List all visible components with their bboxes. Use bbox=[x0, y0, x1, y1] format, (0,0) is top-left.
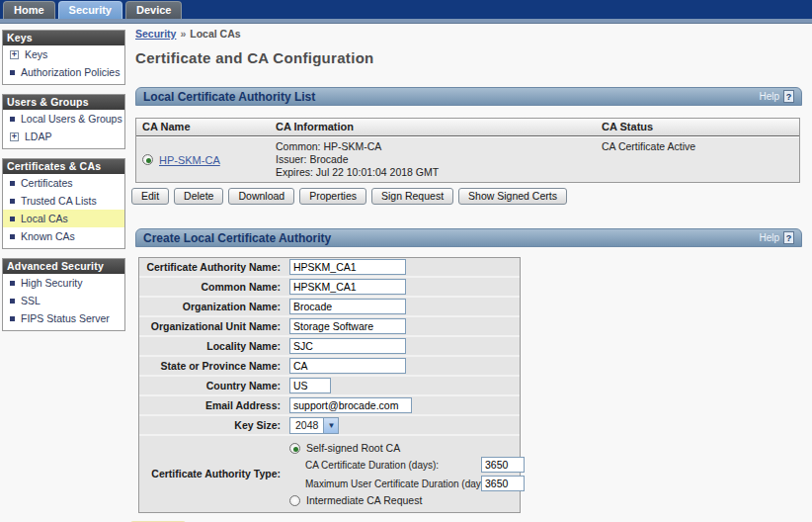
sidebar-section-certificates-cas-title: Certificates & CAs bbox=[3, 159, 124, 174]
locality-name-input[interactable] bbox=[289, 338, 406, 354]
sidebar-item-label: Trusted CA Lists bbox=[21, 195, 97, 207]
max-user-certificate-duration-input[interactable] bbox=[481, 476, 525, 491]
sidebar-item-label: Known CAs bbox=[21, 230, 75, 242]
state-province-name-label: State or Province Name: bbox=[139, 361, 289, 372]
intermediate-ca-request-radio[interactable] bbox=[289, 495, 300, 506]
breadcrumb-current: Local CAs bbox=[190, 28, 240, 40]
sidebar-section-advanced-security-title: Advanced Security bbox=[3, 259, 124, 274]
organization-name-input[interactable] bbox=[289, 299, 406, 314]
ca-list-section-header: Local Certificate Authority List Help ? bbox=[135, 87, 802, 106]
max-user-certificate-duration-row: Maximum User Certificate Duration (days)… bbox=[305, 476, 525, 491]
create-ca-help-link[interactable]: Help ? bbox=[759, 231, 794, 244]
intermediate-ca-request-option[interactable]: Intermediate CA Request bbox=[289, 494, 525, 506]
sidebar-item-certificates[interactable]: Certificates bbox=[3, 174, 124, 192]
delete-button[interactable]: Delete bbox=[174, 188, 223, 205]
intermediate-ca-request-option-label: Intermediate CA Request bbox=[306, 494, 422, 506]
email-address-label: Email Address: bbox=[139, 400, 289, 411]
sidebar-item-authorization-policies[interactable]: Authorization Policies bbox=[3, 63, 124, 81]
sidebar-item-local-cas[interactable]: Local CAs bbox=[3, 210, 124, 227]
edit-button[interactable]: Edit bbox=[131, 188, 169, 205]
sidebar-item-known-cas[interactable]: Known CAs bbox=[3, 227, 124, 245]
page-title: Certificate and CA Configuration bbox=[135, 49, 802, 66]
sidebar-item-fips-status-server[interactable]: FIPS Status Server bbox=[3, 309, 124, 327]
sidebar-item-label: Local CAs bbox=[21, 213, 68, 224]
sidebar-item-local-users-groups[interactable]: Local Users & Groups bbox=[3, 110, 124, 128]
form-row-ca-type: Certificate Authority Type: Self-signed … bbox=[139, 436, 520, 512]
help-icon[interactable]: ? bbox=[783, 90, 794, 103]
sidebar-item-keys[interactable]: + Keys bbox=[3, 45, 124, 63]
ca-table-col-name: CA Name bbox=[136, 119, 270, 135]
organizational-unit-name-label: Organizational Unit Name: bbox=[139, 321, 289, 332]
properties-button[interactable]: Properties bbox=[299, 188, 366, 205]
bullet-icon bbox=[10, 299, 15, 304]
common-name-label: Common Name: bbox=[139, 282, 289, 293]
breadcrumb-link-security[interactable]: Security bbox=[135, 28, 176, 40]
sidebar-section-keys: Keys + Keys Authorization Policies bbox=[2, 30, 125, 85]
state-province-name-input[interactable] bbox=[289, 358, 406, 374]
help-icon[interactable]: ? bbox=[783, 231, 794, 244]
ca-status-cell: CA Certificate Active bbox=[596, 137, 799, 182]
ca-info-expires: Expires: Jul 22 10:01:04 2018 GMT bbox=[276, 166, 590, 179]
form-row-organizational-unit-name: Organizational Unit Name: bbox=[139, 317, 520, 337]
sidebar-item-ssl[interactable]: SSL bbox=[3, 292, 124, 309]
ca-row-radio[interactable] bbox=[142, 154, 153, 165]
tab-security[interactable]: Security bbox=[58, 1, 122, 19]
ca-type-options: Self-signed Root CA CA Certificate Durat… bbox=[289, 436, 528, 512]
ca-name-label: Certificate Authority Name: bbox=[139, 262, 289, 273]
ca-name-input[interactable] bbox=[289, 259, 406, 275]
email-address-input[interactable] bbox=[289, 397, 412, 413]
ca-list-help-link[interactable]: Help ? bbox=[759, 90, 794, 103]
organization-name-label: Organization Name: bbox=[139, 302, 289, 312]
common-name-input[interactable] bbox=[289, 279, 406, 295]
key-size-select[interactable]: 2048 ▼ bbox=[289, 417, 339, 434]
bullet-icon bbox=[10, 234, 15, 239]
ca-type-label: Certificate Authority Type: bbox=[139, 469, 289, 479]
chevron-down-icon[interactable]: ▼ bbox=[323, 418, 338, 433]
sign-request-button[interactable]: Sign Request bbox=[371, 188, 453, 205]
ca-name-cell: HP-SKM-CA bbox=[136, 137, 270, 182]
expand-icon[interactable]: + bbox=[10, 132, 19, 141]
form-row-ca-name: Certificate Authority Name: bbox=[139, 258, 520, 278]
ca-list-buttons: Edit Delete Download Properties Sign Req… bbox=[131, 188, 802, 205]
locality-name-label: Locality Name: bbox=[139, 341, 289, 352]
bullet-icon bbox=[10, 217, 15, 221]
form-row-locality-name: Locality Name: bbox=[139, 337, 520, 357]
breadcrumb-separator: » bbox=[180, 28, 186, 40]
sidebar-item-label: Authorization Policies bbox=[21, 66, 120, 78]
sidebar-item-high-security[interactable]: High Security bbox=[3, 274, 124, 292]
ca-table-row: HP-SKM-CA Common: HP-SKM-CA Issuer: Broc… bbox=[136, 136, 799, 182]
breadcrumb: Security»Local CAs bbox=[135, 28, 802, 40]
bullet-icon bbox=[10, 281, 15, 286]
key-size-value: 2048 bbox=[290, 419, 323, 431]
organizational-unit-name-input[interactable] bbox=[289, 318, 406, 334]
form-row-organization-name: Organization Name: bbox=[139, 298, 520, 317]
ca-info-common: Common: HP-SKM-CA bbox=[276, 140, 590, 153]
ca-name-link[interactable]: HP-SKM-CA bbox=[159, 154, 220, 166]
create-ca-section-header: Create Local Certificate Authority Help … bbox=[135, 228, 802, 247]
tab-device[interactable]: Device bbox=[125, 1, 182, 19]
ca-table-col-info: CA Information bbox=[270, 119, 596, 135]
sidebar-item-label: Keys bbox=[25, 48, 47, 60]
create-ca-form: Certificate Authority Name: Common Name:… bbox=[138, 257, 521, 513]
sidebar-item-ldap[interactable]: + LDAP bbox=[3, 128, 124, 145]
sidebar-section-advanced-security: Advanced Security High Security SSL FIPS… bbox=[2, 258, 125, 331]
ca-certificate-duration-input[interactable] bbox=[481, 457, 525, 473]
sidebar-item-trusted-ca-lists[interactable]: Trusted CA Lists bbox=[3, 192, 124, 210]
country-name-input[interactable] bbox=[289, 378, 331, 393]
sidebar-item-label: FIPS Status Server bbox=[21, 312, 110, 324]
download-button[interactable]: Download bbox=[228, 188, 294, 205]
show-signed-certs-button[interactable]: Show Signed Certs bbox=[458, 188, 567, 205]
bullet-icon bbox=[10, 316, 15, 321]
tab-home[interactable]: Home bbox=[3, 1, 55, 19]
top-nav-bar: Home Security Device bbox=[0, 0, 812, 19]
sidebar-section-keys-title: Keys bbox=[3, 31, 124, 45]
bullet-icon bbox=[10, 70, 15, 75]
bullet-icon bbox=[10, 199, 15, 204]
self-signed-root-ca-radio[interactable] bbox=[289, 443, 300, 454]
sidebar-section-users-groups-title: Users & Groups bbox=[3, 95, 124, 110]
country-name-label: Country Name: bbox=[139, 381, 289, 392]
expand-icon[interactable]: + bbox=[10, 50, 19, 59]
self-signed-root-ca-option[interactable]: Self-signed Root CA bbox=[289, 442, 525, 454]
create-ca-section-title: Create Local Certificate Authority bbox=[143, 231, 331, 245]
ca-info-issuer: Issuer: Brocade bbox=[276, 153, 590, 166]
